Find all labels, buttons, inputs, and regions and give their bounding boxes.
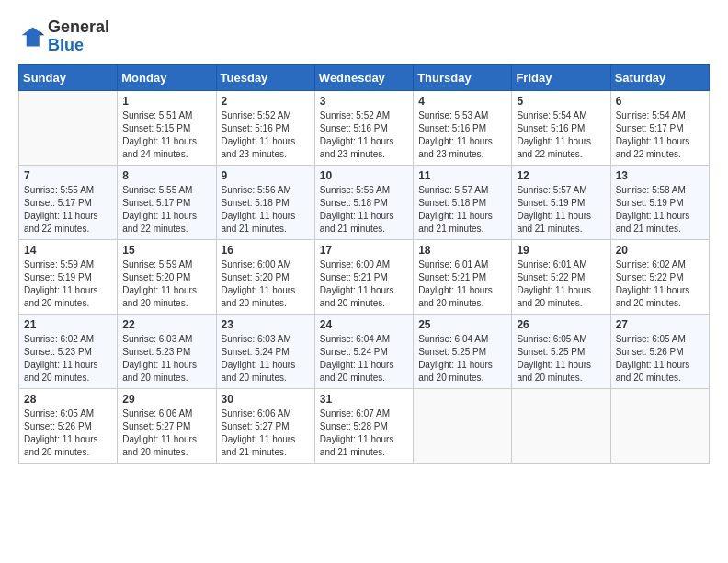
calendar-table: SundayMondayTuesdayWednesdayThursdayFrid… [18, 64, 710, 464]
calendar-cell: 4Sunrise: 5:53 AM Sunset: 5:16 PM Daylig… [414, 90, 512, 165]
day-info: Sunrise: 6:03 AM Sunset: 5:23 PM Dayligh… [122, 333, 210, 385]
weekday-header-wednesday: Wednesday [314, 64, 413, 90]
weekday-header-saturday: Saturday [610, 64, 709, 90]
calendar-week-5: 28Sunrise: 6:05 AM Sunset: 5:26 PM Dayli… [19, 388, 710, 463]
day-number: 7 [24, 169, 112, 182]
logo-text: General Blue [48, 18, 109, 55]
day-info: Sunrise: 6:01 AM Sunset: 5:22 PM Dayligh… [517, 259, 605, 310]
calendar-cell: 10Sunrise: 5:56 AM Sunset: 5:18 PM Dayli… [314, 165, 413, 239]
day-number: 21 [24, 318, 112, 331]
day-info: Sunrise: 5:52 AM Sunset: 5:16 PM Dayligh… [320, 109, 408, 161]
day-number: 6 [616, 95, 704, 108]
weekday-header-tuesday: Tuesday [216, 64, 314, 90]
day-info: Sunrise: 6:02 AM Sunset: 5:22 PM Dayligh… [616, 259, 704, 310]
calendar-cell [19, 90, 118, 165]
day-number: 14 [24, 244, 112, 257]
logo-icon [18, 24, 44, 50]
weekday-header-thursday: Thursday [414, 64, 512, 90]
day-number: 11 [418, 169, 506, 182]
calendar-cell: 11Sunrise: 5:57 AM Sunset: 5:18 PM Dayli… [414, 165, 512, 239]
day-number: 1 [122, 95, 210, 108]
calendar-cell [414, 388, 512, 463]
weekday-header-friday: Friday [512, 64, 610, 90]
day-info: Sunrise: 5:57 AM Sunset: 5:18 PM Dayligh… [418, 184, 506, 236]
weekday-header-monday: Monday [118, 64, 216, 90]
day-info: Sunrise: 5:54 AM Sunset: 5:16 PM Dayligh… [517, 109, 605, 161]
day-number: 20 [616, 244, 704, 257]
calendar-cell: 15Sunrise: 5:59 AM Sunset: 5:20 PM Dayli… [118, 239, 216, 314]
day-info: Sunrise: 5:56 AM Sunset: 5:18 PM Dayligh… [222, 184, 310, 236]
calendar-cell: 21Sunrise: 6:02 AM Sunset: 5:23 PM Dayli… [19, 314, 118, 388]
calendar-week-4: 21Sunrise: 6:02 AM Sunset: 5:23 PM Dayli… [19, 314, 710, 388]
day-number: 29 [122, 393, 210, 406]
calendar-cell: 16Sunrise: 6:00 AM Sunset: 5:20 PM Dayli… [216, 239, 314, 314]
day-info: Sunrise: 5:55 AM Sunset: 5:17 PM Dayligh… [24, 184, 112, 236]
svg-marker-1 [40, 30, 44, 35]
day-number: 30 [222, 393, 310, 406]
day-info: Sunrise: 6:06 AM Sunset: 5:27 PM Dayligh… [222, 408, 310, 459]
day-number: 9 [222, 169, 310, 182]
page-header: General Blue [18, 18, 710, 55]
calendar-cell: 6Sunrise: 5:54 AM Sunset: 5:17 PM Daylig… [610, 90, 709, 165]
calendar-cell: 1Sunrise: 5:51 AM Sunset: 5:15 PM Daylig… [118, 90, 216, 165]
day-number: 23 [222, 318, 310, 331]
day-info: Sunrise: 5:58 AM Sunset: 5:19 PM Dayligh… [616, 184, 704, 236]
day-number: 19 [517, 244, 605, 257]
calendar-cell: 14Sunrise: 5:59 AM Sunset: 5:19 PM Dayli… [19, 239, 118, 314]
day-info: Sunrise: 6:03 AM Sunset: 5:24 PM Dayligh… [222, 333, 310, 385]
day-number: 24 [320, 318, 408, 331]
day-number: 25 [418, 318, 506, 331]
calendar-week-3: 14Sunrise: 5:59 AM Sunset: 5:19 PM Dayli… [19, 239, 710, 314]
day-info: Sunrise: 6:06 AM Sunset: 5:27 PM Dayligh… [122, 408, 210, 459]
calendar-cell [610, 388, 709, 463]
day-number: 28 [24, 393, 112, 406]
day-info: Sunrise: 6:00 AM Sunset: 5:20 PM Dayligh… [222, 259, 310, 310]
calendar-cell: 2Sunrise: 5:52 AM Sunset: 5:16 PM Daylig… [216, 90, 314, 165]
calendar-cell: 20Sunrise: 6:02 AM Sunset: 5:22 PM Dayli… [610, 239, 709, 314]
weekday-header-sunday: Sunday [19, 64, 118, 90]
calendar-cell: 3Sunrise: 5:52 AM Sunset: 5:16 PM Daylig… [314, 90, 413, 165]
day-number: 17 [320, 244, 408, 257]
svg-marker-0 [22, 27, 45, 46]
calendar-cell: 23Sunrise: 6:03 AM Sunset: 5:24 PM Dayli… [216, 314, 314, 388]
day-info: Sunrise: 6:04 AM Sunset: 5:25 PM Dayligh… [418, 333, 506, 385]
calendar-cell: 8Sunrise: 5:55 AM Sunset: 5:17 PM Daylig… [118, 165, 216, 239]
day-info: Sunrise: 5:54 AM Sunset: 5:17 PM Dayligh… [616, 109, 704, 161]
day-number: 26 [517, 318, 605, 331]
calendar-cell: 24Sunrise: 6:04 AM Sunset: 5:24 PM Dayli… [314, 314, 413, 388]
calendar-cell: 12Sunrise: 5:57 AM Sunset: 5:19 PM Dayli… [512, 165, 610, 239]
calendar-cell: 22Sunrise: 6:03 AM Sunset: 5:23 PM Dayli… [118, 314, 216, 388]
calendar-cell: 26Sunrise: 6:05 AM Sunset: 5:25 PM Dayli… [512, 314, 610, 388]
day-number: 3 [320, 95, 408, 108]
calendar-cell: 31Sunrise: 6:07 AM Sunset: 5:28 PM Dayli… [314, 388, 413, 463]
day-info: Sunrise: 5:56 AM Sunset: 5:18 PM Dayligh… [320, 184, 408, 236]
day-info: Sunrise: 6:05 AM Sunset: 5:25 PM Dayligh… [517, 333, 605, 385]
calendar-cell: 29Sunrise: 6:06 AM Sunset: 5:27 PM Dayli… [118, 388, 216, 463]
day-number: 15 [122, 244, 210, 257]
day-number: 12 [517, 169, 605, 182]
calendar-cell: 9Sunrise: 5:56 AM Sunset: 5:18 PM Daylig… [216, 165, 314, 239]
day-info: Sunrise: 5:52 AM Sunset: 5:16 PM Dayligh… [222, 109, 310, 161]
logo: General Blue [18, 18, 109, 55]
day-number: 8 [122, 169, 210, 182]
calendar-week-1: 1Sunrise: 5:51 AM Sunset: 5:15 PM Daylig… [19, 90, 710, 165]
day-info: Sunrise: 6:02 AM Sunset: 5:23 PM Dayligh… [24, 333, 112, 385]
calendar-cell: 27Sunrise: 6:05 AM Sunset: 5:26 PM Dayli… [610, 314, 709, 388]
calendar-cell: 5Sunrise: 5:54 AM Sunset: 5:16 PM Daylig… [512, 90, 610, 165]
day-info: Sunrise: 5:59 AM Sunset: 5:20 PM Dayligh… [122, 259, 210, 310]
calendar-cell: 7Sunrise: 5:55 AM Sunset: 5:17 PM Daylig… [19, 165, 118, 239]
calendar-cell: 28Sunrise: 6:05 AM Sunset: 5:26 PM Dayli… [19, 388, 118, 463]
calendar-cell: 30Sunrise: 6:06 AM Sunset: 5:27 PM Dayli… [216, 388, 314, 463]
day-number: 27 [616, 318, 704, 331]
calendar-cell: 18Sunrise: 6:01 AM Sunset: 5:21 PM Dayli… [414, 239, 512, 314]
weekday-header-row: SundayMondayTuesdayWednesdayThursdayFrid… [19, 64, 710, 90]
calendar-cell: 17Sunrise: 6:00 AM Sunset: 5:21 PM Dayli… [314, 239, 413, 314]
day-info: Sunrise: 5:53 AM Sunset: 5:16 PM Dayligh… [418, 109, 506, 161]
day-number: 4 [418, 95, 506, 108]
day-info: Sunrise: 6:07 AM Sunset: 5:28 PM Dayligh… [320, 408, 408, 459]
day-number: 18 [418, 244, 506, 257]
calendar-cell: 19Sunrise: 6:01 AM Sunset: 5:22 PM Dayli… [512, 239, 610, 314]
day-info: Sunrise: 6:05 AM Sunset: 5:26 PM Dayligh… [616, 333, 704, 385]
day-number: 31 [320, 393, 408, 406]
day-info: Sunrise: 6:00 AM Sunset: 5:21 PM Dayligh… [320, 259, 408, 310]
